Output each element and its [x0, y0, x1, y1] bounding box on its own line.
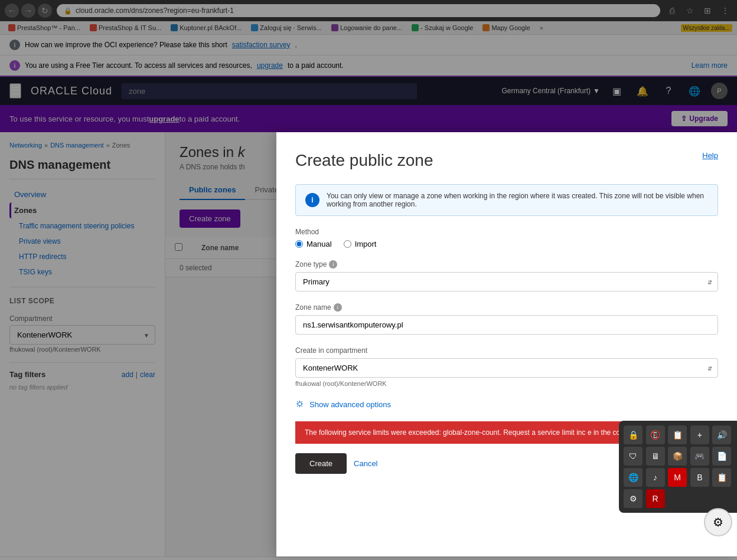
method-label: Method — [295, 228, 718, 236]
toolbar-btn-7[interactable]: 🖥 — [646, 447, 665, 466]
compartment-group: Create in compartment KontenerWORK ⇵ fhu… — [295, 346, 718, 387]
modal-title-text: Create public zone — [295, 151, 433, 170]
floating-toolbar: 🔒 📵 📋 + 🔊 🛡 🖥 📦 🎮 📄 🌐 ♪ M B 📋 ⚙ R — [619, 421, 737, 513]
advanced-options-label: Show advanced options — [309, 400, 391, 409]
modal-info-box: i You can only view or manage a zone whe… — [295, 184, 718, 216]
radio-group: Manual Import — [295, 240, 718, 248]
compartment-path-hint: fhukowal (root)/KontenerWORK — [295, 380, 718, 387]
zone-type-info-icon[interactable]: i — [329, 260, 337, 268]
modal-title-row: Create public zone Help — [295, 151, 718, 170]
import-radio[interactable] — [344, 240, 351, 248]
create-compartment-select[interactable]: KontenerWORK — [295, 358, 718, 378]
advanced-options-icon: ⛭ — [295, 399, 305, 410]
toolbar-btn-8[interactable]: 📦 — [668, 447, 687, 466]
toolbar-btn-2[interactable]: 📵 — [646, 425, 665, 444]
zone-name-info-icon[interactable]: i — [334, 303, 342, 312]
show-advanced-options[interactable]: ⛭ Show advanced options — [295, 399, 718, 410]
error-text: The following service limits were exceed… — [305, 428, 586, 437]
zone-type-group: Zone type i Primary Secondary ⇵ — [295, 260, 718, 292]
toolbar-btn-9[interactable]: 🎮 — [690, 447, 709, 466]
toolbar-btn-1[interactable]: 🔒 — [624, 425, 643, 444]
toolbar-btn-15[interactable]: 📋 — [712, 468, 731, 487]
toolbar-btn-5[interactable]: 🔊 — [712, 425, 731, 444]
zone-name-input[interactable] — [295, 315, 718, 335]
zone-type-select[interactable]: Primary Secondary — [295, 272, 718, 292]
toolbar-btn-17[interactable]: R — [646, 489, 665, 508]
info-box-icon: i — [305, 193, 319, 207]
info-box-text: You can only view or manage a zone when … — [327, 192, 708, 208]
zone-name-label: Zone name i — [295, 303, 718, 312]
manual-radio[interactable] — [295, 240, 303, 248]
cancel-button[interactable]: Cancel — [354, 453, 377, 474]
toolbar-btn-12[interactable]: ♪ — [646, 468, 665, 487]
create-button[interactable]: Create — [295, 453, 347, 474]
create-compartment-select-wrapper: KontenerWORK ⇵ — [295, 358, 718, 378]
modal-help-link[interactable]: Help — [702, 151, 718, 160]
toolbar-btn-11[interactable]: 🌐 — [624, 468, 643, 487]
import-label: Import — [355, 240, 377, 248]
toolbar-btn-14[interactable]: B — [690, 468, 709, 487]
zone-type-label: Zone type i — [295, 260, 718, 268]
support-icon-glyph: ⚙ — [713, 515, 723, 529]
manual-label: Manual — [306, 240, 332, 248]
zone-name-group: Zone name i — [295, 303, 718, 335]
toolbar-btn-16[interactable]: ⚙ — [624, 489, 643, 508]
toolbar-grid: 🔒 📵 📋 + 🔊 🛡 🖥 📦 🎮 📄 🌐 ♪ M B 📋 ⚙ R — [624, 425, 732, 508]
toolbar-btn-13[interactable]: M — [668, 468, 687, 487]
create-compartment-label: Create in compartment — [295, 346, 718, 355]
support-icon[interactable]: ⚙ — [704, 508, 732, 536]
toolbar-btn-10[interactable]: 📄 — [712, 447, 731, 466]
zone-type-select-wrapper: Primary Secondary ⇵ — [295, 272, 718, 292]
method-group: Method Manual Import — [295, 228, 718, 248]
toolbar-btn-4[interactable]: + — [690, 425, 709, 444]
toolbar-btn-3[interactable]: 📋 — [668, 425, 687, 444]
manual-radio-option[interactable]: Manual — [295, 240, 332, 248]
toolbar-btn-6[interactable]: 🛡 — [624, 447, 643, 466]
import-radio-option[interactable]: Import — [344, 240, 377, 248]
